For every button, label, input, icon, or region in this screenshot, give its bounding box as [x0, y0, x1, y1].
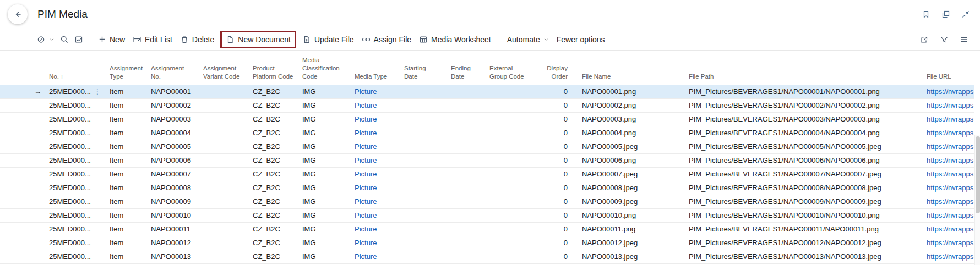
table-row[interactable]: → 25MED000...⋮ Item NAPO00008 CZ_B2C IMG…: [0, 181, 974, 195]
column-header-display-order[interactable]: Display Order: [529, 51, 575, 85]
table-row[interactable]: → 25MED000...⋮ Item NAPO00009 CZ_B2C IMG…: [0, 195, 974, 208]
cell-media-type[interactable]: Picture: [352, 140, 402, 153]
cell-file-url[interactable]: https://nvrapps: [922, 236, 974, 250]
cell-no[interactable]: 25MED000...⋮: [47, 126, 107, 140]
column-header-product-platform-code[interactable]: Product Platform Code: [251, 51, 300, 85]
column-header-assignment-no[interactable]: Assignment No.: [149, 51, 201, 85]
cell-file-url[interactable]: https://nvrapps: [922, 181, 974, 195]
column-header-assignment-type[interactable]: Assignment Type: [107, 51, 149, 85]
cell-no[interactable]: 25MED000...⋮: [47, 85, 107, 98]
cell-media-classification-code[interactable]: IMG: [300, 236, 352, 250]
cell-no[interactable]: 25MED000...⋮: [47, 181, 107, 195]
list-menu-button[interactable]: [957, 32, 971, 47]
cell-media-type[interactable]: Picture: [352, 98, 402, 112]
cell-product-platform-code[interactable]: CZ_B2C: [251, 85, 300, 98]
cell-no[interactable]: 25MED000...⋮: [47, 140, 107, 153]
cell-media-type[interactable]: Picture: [352, 126, 402, 140]
cell-file-url[interactable]: https://nvrapps: [922, 112, 974, 126]
cell-media-classification-code[interactable]: IMG: [300, 126, 352, 140]
cell-media-type[interactable]: Picture: [352, 222, 402, 236]
column-header-ending-date[interactable]: Ending Date: [449, 51, 487, 85]
cell-media-type[interactable]: Picture: [352, 208, 402, 222]
fewer-options-button[interactable]: Fewer options: [553, 32, 609, 47]
cell-file-url[interactable]: https://nvrapps: [922, 195, 974, 208]
cell-product-platform-code[interactable]: CZ_B2C: [251, 222, 300, 236]
open-in-window-button[interactable]: [941, 10, 950, 19]
cell-media-type[interactable]: Picture: [352, 167, 402, 181]
collapse-button[interactable]: [961, 10, 970, 19]
cell-product-platform-code[interactable]: CZ_B2C: [251, 112, 300, 126]
cell-product-platform-code[interactable]: CZ_B2C: [251, 126, 300, 140]
column-header-file-url[interactable]: File URL: [922, 51, 974, 85]
scrollbar-thumb[interactable]: [976, 136, 980, 213]
table-row[interactable]: → 25MED000...⋮ Item NAPO00006 CZ_B2C IMG…: [0, 153, 974, 167]
cell-media-classification-code[interactable]: IMG: [300, 222, 352, 236]
cell-file-url[interactable]: https://nvrapps: [922, 222, 974, 236]
filter-button[interactable]: [937, 32, 951, 47]
share-button[interactable]: [917, 32, 932, 47]
cell-product-platform-code[interactable]: CZ_B2C: [251, 236, 300, 250]
cell-product-platform-code[interactable]: CZ_B2C: [251, 208, 300, 222]
column-header-external-group-code[interactable]: External Group Code: [487, 51, 529, 85]
cell-media-classification-code[interactable]: IMG: [300, 208, 352, 222]
cell-no[interactable]: 25MED000...⋮: [47, 250, 107, 263]
cell-media-classification-code[interactable]: IMG: [300, 167, 352, 181]
cell-file-url[interactable]: https://nvrapps: [922, 85, 974, 98]
vertical-scrollbar[interactable]: [974, 135, 980, 265]
cell-media-classification-code[interactable]: IMG: [300, 250, 352, 263]
cell-media-type[interactable]: Picture: [352, 195, 402, 208]
cell-product-platform-code[interactable]: CZ_B2C: [251, 167, 300, 181]
table-row[interactable]: → 25MED000...⋮ Item NAPO00004 CZ_B2C IMG…: [0, 126, 974, 140]
cell-no[interactable]: 25MED000...⋮: [47, 98, 107, 112]
table-row[interactable]: → 25MED000...⋮ Item NAPO00013 CZ_B2C IMG…: [0, 250, 974, 263]
table-row[interactable]: → 25MED000...⋮ Item NAPO00002 CZ_B2C IMG…: [0, 98, 974, 112]
cell-media-classification-code[interactable]: IMG: [300, 112, 352, 126]
cell-no[interactable]: 25MED000...⋮: [47, 112, 107, 126]
cell-product-platform-code[interactable]: CZ_B2C: [251, 140, 300, 153]
cell-no[interactable]: 25MED000...⋮: [47, 153, 107, 167]
table-row[interactable]: → 25MED000...⋮ Item NAPO00001 CZ_B2C IMG…: [0, 85, 974, 98]
column-header-media-classification-code[interactable]: Media Classification Code: [300, 51, 352, 85]
cell-file-url[interactable]: https://nvrapps: [922, 126, 974, 140]
table-row[interactable]: → 25MED000...⋮ Item NAPO00005 CZ_B2C IMG…: [0, 140, 974, 153]
cell-media-type[interactable]: Picture: [352, 181, 402, 195]
column-header-assignment-variant-code[interactable]: Assignment Variant Code: [201, 51, 251, 85]
cell-no[interactable]: 25MED000...⋮: [47, 222, 107, 236]
assign-file-button[interactable]: Assign File: [358, 32, 415, 47]
new-document-button[interactable]: New Document: [222, 32, 295, 47]
table-row[interactable]: → 25MED000...⋮ Item NAPO00003 CZ_B2C IMG…: [0, 112, 974, 126]
delete-button[interactable]: Delete: [176, 32, 218, 47]
column-header-file-name[interactable]: File Name: [575, 51, 685, 85]
cell-media-classification-code[interactable]: IMG: [300, 181, 352, 195]
cell-product-platform-code[interactable]: CZ_B2C: [251, 181, 300, 195]
cell-media-classification-code[interactable]: IMG: [300, 140, 352, 153]
cell-media-type[interactable]: Picture: [352, 236, 402, 250]
cell-media-classification-code[interactable]: IMG: [300, 85, 352, 98]
cell-product-platform-code[interactable]: CZ_B2C: [251, 195, 300, 208]
cell-no[interactable]: 25MED000...⋮: [47, 236, 107, 250]
automate-button[interactable]: Automate: [503, 32, 553, 47]
cell-product-platform-code[interactable]: CZ_B2C: [251, 153, 300, 167]
column-header-file-path[interactable]: File Path: [685, 51, 922, 85]
column-header-media-type[interactable]: Media Type: [352, 51, 402, 85]
cell-no[interactable]: 25MED000...⋮: [47, 195, 107, 208]
cell-no[interactable]: 25MED000...⋮: [47, 208, 107, 222]
media-worksheet-button[interactable]: Media Worksheet: [415, 32, 495, 47]
cell-media-type[interactable]: Picture: [352, 85, 402, 98]
views-button[interactable]: [34, 32, 57, 47]
column-header-starting-date[interactable]: Starting Date: [402, 51, 449, 85]
new-button[interactable]: New: [94, 32, 129, 47]
cell-file-url[interactable]: https://nvrapps: [922, 98, 974, 112]
bookmark-button[interactable]: [922, 10, 930, 19]
cell-product-platform-code[interactable]: CZ_B2C: [251, 98, 300, 112]
cell-media-type[interactable]: Picture: [352, 153, 402, 167]
edit-list-button[interactable]: Edit List: [129, 32, 176, 47]
cell-media-type[interactable]: Picture: [352, 250, 402, 263]
table-row[interactable]: → 25MED000...⋮ Item NAPO00010 CZ_B2C IMG…: [0, 208, 974, 222]
column-header-no[interactable]: No. ↑: [47, 51, 107, 85]
row-menu-icon[interactable]: ⋮: [94, 88, 105, 96]
cell-media-type[interactable]: Picture: [352, 112, 402, 126]
update-file-button[interactable]: Update File: [298, 32, 358, 47]
table-row[interactable]: → 25MED000...⋮ Item NAPO00007 CZ_B2C IMG…: [0, 167, 974, 181]
cell-file-url[interactable]: https://nvrapps: [922, 250, 974, 263]
